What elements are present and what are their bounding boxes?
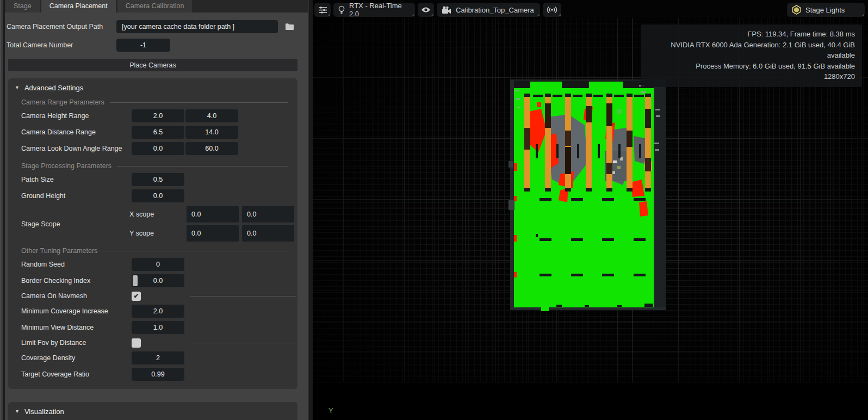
stage-lights-label: Stage Lights: [805, 6, 845, 14]
total-camera-row: Total Camera Number -1: [7, 39, 305, 52]
lightbulb-icon: [338, 5, 345, 14]
viewport[interactable]: RTX - Real-Time 2.0 Calibration_Top_Came…: [313, 0, 868, 420]
stage-lights-button[interactable]: Stage Lights: [787, 3, 865, 17]
ground-height-row: Ground Height 0.0: [8, 188, 297, 204]
visualization-frame: ▼ Visualization Show Selected Camera Cov…: [8, 402, 297, 420]
ground-height-input[interactable]: 0.0: [132, 189, 184, 202]
camera-height-min-input[interactable]: 2.0: [132, 109, 184, 122]
viewport-settings-button[interactable]: [314, 3, 331, 17]
random-seed-input[interactable]: 0: [132, 258, 184, 271]
camera-height-range-row: Camera Height Range 2.0 4.0: [8, 108, 297, 124]
folder-icon: [285, 23, 294, 30]
look-down-angle-range-row: Camera Look Down Angle Range 0.0 60.0: [8, 140, 297, 157]
y-scope-label: Y scope: [129, 230, 187, 237]
renderer-label: RTX - Real-Time 2.0: [349, 2, 410, 18]
checkmark-icon: ✔: [133, 292, 139, 300]
camera-placement-panel: Stage Camera Placement Camera Calibratio…: [0, 0, 308, 420]
y-axis-label: Y: [328, 406, 333, 415]
target-coverage-ratio-row: Target Coverage Ratio 0.99: [8, 366, 297, 382]
coverage-density-row: Coverage Density 2: [8, 350, 297, 366]
min-view-distance-input[interactable]: 1.0: [132, 321, 184, 334]
limit-fov-row: Limit Fov by Distance: [8, 336, 297, 350]
camera-icon: [442, 6, 451, 14]
stats-process-memory: Process Memory: 6.0 GiB used, 91.5 GiB a…: [648, 61, 855, 72]
live-session-button[interactable]: [543, 3, 561, 17]
camera-select[interactable]: Calibration_Top_Camera: [437, 3, 540, 17]
total-camera-input[interactable]: -1: [116, 39, 170, 52]
renderer-select[interactable]: RTX - Real-Time 2.0: [333, 3, 415, 17]
place-cameras-button[interactable]: Place Cameras: [8, 59, 297, 71]
camera-height-max-input[interactable]: 4.0: [185, 109, 238, 122]
x-scope-label: X scope: [129, 211, 187, 218]
tab-camera-calibration[interactable]: Camera Calibration: [117, 0, 193, 13]
target-coverage-ratio-input[interactable]: 0.99: [132, 368, 184, 381]
slider-handle[interactable]: [133, 275, 138, 286]
eye-icon: [421, 7, 431, 13]
patch-size-row: Patch Size 0.5: [8, 171, 297, 188]
stage-scope-label: Stage Scope: [21, 220, 129, 228]
stage-scope-row: Stage Scope X scope 0.0 0.0 Y scope 0.0 …: [8, 206, 297, 242]
chevron-down-icon: ▼: [15, 409, 20, 414]
look-down-angle-min-input[interactable]: 0.0: [132, 142, 184, 155]
min-coverage-increase-row: Minimum Coverage Increase 2.0: [8, 303, 297, 319]
camera-range-section-header: Camera Range Parameters: [21, 98, 288, 107]
camera-distance-min-input[interactable]: 6.5: [132, 126, 184, 139]
stage-lights-icon: [792, 5, 801, 15]
advanced-settings-header[interactable]: ▼ Advanced Settings: [8, 82, 297, 93]
camera-distance-range-row: Camera Distance Range 6.5 14.0: [8, 124, 297, 140]
random-seed-row: Random Seed 0: [8, 256, 297, 273]
limit-fov-checkbox[interactable]: [132, 338, 141, 348]
stage-processing-section-header: Stage Processing Parameters: [21, 162, 288, 170]
advanced-settings-frame: ▼ Advanced Settings Camera Range Paramet…: [8, 78, 297, 389]
y-scope-min-input[interactable]: 0.0: [187, 225, 239, 242]
visibility-button[interactable]: [418, 3, 434, 17]
chevron-down-icon: ▼: [15, 85, 20, 90]
camera-on-navmesh-checkbox[interactable]: ✔: [132, 292, 141, 301]
tab-stage[interactable]: Stage: [5, 0, 40, 13]
panel-splitter[interactable]: [308, 0, 313, 420]
y-scope-max-input[interactable]: 0.0: [242, 225, 294, 242]
folder-browse-button[interactable]: [283, 21, 295, 32]
camera-label: Calibration_Top_Camera: [456, 6, 534, 14]
x-scope-max-input[interactable]: 0.0: [242, 206, 294, 223]
stats-resolution: 1280x720: [648, 71, 855, 82]
x-scope-min-input[interactable]: 0.0: [187, 206, 239, 223]
coverage-density-input[interactable]: 2: [132, 351, 184, 365]
stats-gpu-memory: NVIDIA RTX 6000 Ada Generation: 2.1 GiB …: [648, 40, 855, 61]
patch-size-input[interactable]: 0.5: [132, 173, 184, 186]
tab-camera-placement[interactable]: Camera Placement: [41, 0, 116, 13]
visualization-header[interactable]: ▼ Visualization: [8, 406, 297, 417]
total-camera-label: Total Camera Number: [7, 41, 116, 49]
min-view-distance-row: Minimum View Distance 1.0: [8, 319, 297, 336]
camera-on-navmesh-row: Camera On Navmesh ✔: [8, 289, 297, 303]
stats-fps: FPS: 119.34, Frame time: 8.38 ms: [648, 29, 855, 40]
min-coverage-increase-input[interactable]: 2.0: [132, 305, 184, 318]
panel-tab-bar: Stage Camera Placement Camera Calibratio…: [0, 0, 308, 13]
camera-distance-max-input[interactable]: 14.0: [185, 126, 238, 139]
output-path-row: Camera Placement Output Path [your camer…: [7, 20, 305, 33]
panel-scrollbar[interactable]: [0, 0, 5, 420]
broadcast-icon: [547, 6, 557, 14]
render-stats-overlay: FPS: 119.34, Frame time: 8.38 ms NVIDIA …: [641, 24, 862, 87]
border-checking-index-row: Border Checking Index 0.0: [8, 273, 297, 289]
border-checking-index-slider[interactable]: 0.0: [132, 274, 184, 287]
sliders-icon: [318, 6, 327, 14]
look-down-angle-max-input[interactable]: 60.0: [185, 142, 238, 155]
other-tuning-section-header: Other Tuning Parameters: [21, 246, 288, 255]
output-path-input[interactable]: [your camera cache data folder path ]: [116, 20, 278, 33]
output-path-label: Camera Placement Output Path: [7, 23, 116, 30]
